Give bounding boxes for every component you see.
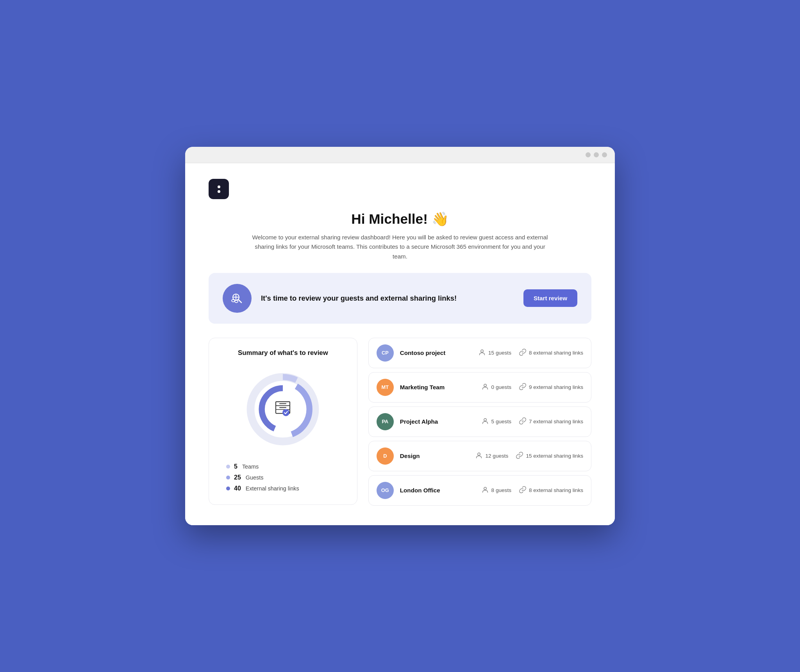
team-meta: 0 guests 9 external sharing links bbox=[482, 383, 583, 392]
stat-guests: 25 Guests bbox=[226, 474, 348, 481]
banner-icon bbox=[223, 284, 252, 313]
page-content: Hi Michelle! 👋 Welcome to your external … bbox=[185, 163, 615, 525]
team-card[interactable]: CP Contoso project 15 guests bbox=[368, 338, 591, 368]
browser-window: Hi Michelle! 👋 Welcome to your external … bbox=[185, 147, 615, 525]
team-avatar: OG bbox=[377, 482, 394, 499]
review-banner: It's time to review your guests and exte… bbox=[209, 273, 591, 324]
svg-point-19 bbox=[478, 453, 480, 455]
logo-dot-2 bbox=[218, 190, 220, 193]
link-icon bbox=[519, 417, 526, 426]
welcome-text: Welcome to your external sharing review … bbox=[252, 233, 548, 261]
traffic-light-3 bbox=[602, 152, 607, 157]
guests-icon bbox=[482, 383, 489, 392]
team-avatar: D bbox=[377, 447, 394, 465]
stat-teams: 5 Teams bbox=[226, 463, 348, 470]
link-icon bbox=[519, 383, 526, 392]
team-avatar: MT bbox=[377, 379, 394, 396]
team-meta: 12 guests 15 external sharing links bbox=[475, 452, 583, 460]
team-name: London Office bbox=[400, 487, 475, 494]
link-icon bbox=[519, 349, 526, 357]
summary-title: Summary of what's to review bbox=[218, 349, 348, 357]
links-meta: 7 external sharing links bbox=[519, 417, 583, 426]
team-card[interactable]: MT Marketing Team 0 guests bbox=[368, 372, 591, 403]
stat-dot-teams bbox=[226, 465, 230, 469]
banner-message: It's time to review your guests and exte… bbox=[261, 294, 514, 303]
team-card[interactable]: PA Project Alpha 5 guests bbox=[368, 406, 591, 437]
summary-panel: Summary of what's to review bbox=[209, 338, 357, 505]
greeting-title: Hi Michelle! 👋 bbox=[209, 211, 591, 227]
svg-point-16 bbox=[481, 350, 483, 352]
links-meta: 8 external sharing links bbox=[519, 349, 583, 357]
guests-count: 12 guests bbox=[485, 453, 508, 459]
team-name: Design bbox=[400, 453, 470, 459]
links-meta: 8 external sharing links bbox=[519, 486, 583, 495]
teams-list: CP Contoso project 15 guests bbox=[368, 338, 591, 506]
guests-meta: 15 guests bbox=[479, 349, 511, 357]
stat-label-teams: Teams bbox=[242, 463, 259, 470]
guests-icon bbox=[475, 452, 482, 460]
team-avatar: CP bbox=[377, 344, 394, 362]
guests-icon bbox=[482, 417, 489, 426]
svg-point-4 bbox=[232, 299, 235, 302]
stat-number-links: 40 bbox=[234, 485, 241, 492]
guests-meta: 12 guests bbox=[475, 452, 508, 460]
team-name: Project Alpha bbox=[400, 418, 475, 425]
stat-label-links: External sharing links bbox=[246, 485, 299, 492]
start-review-button[interactable]: Start review bbox=[523, 289, 577, 307]
svg-line-1 bbox=[238, 299, 242, 303]
stat-label-guests: Guests bbox=[246, 474, 264, 481]
team-name: Contoso project bbox=[400, 349, 472, 356]
guests-count: 8 guests bbox=[491, 487, 511, 493]
links-count: 8 external sharing links bbox=[529, 487, 583, 493]
link-icon bbox=[516, 452, 523, 460]
stat-dot-guests bbox=[226, 476, 230, 479]
links-count: 7 external sharing links bbox=[529, 419, 583, 424]
team-name: Marketing Team bbox=[400, 384, 475, 390]
app-logo bbox=[209, 179, 229, 199]
svg-point-20 bbox=[484, 487, 486, 490]
donut-center-icon bbox=[271, 396, 295, 421]
stat-number-teams: 5 bbox=[234, 463, 238, 470]
logo-dots bbox=[218, 185, 220, 193]
team-card[interactable]: D Design 12 guests bbox=[368, 441, 591, 471]
links-count: 15 external sharing links bbox=[526, 453, 583, 459]
team-meta: 8 guests 8 external sharing links bbox=[482, 486, 583, 495]
team-meta: 5 guests 7 external sharing links bbox=[482, 417, 583, 426]
guests-icon bbox=[482, 486, 489, 495]
links-count: 9 external sharing links bbox=[529, 384, 583, 390]
summary-stats: 5 Teams 25 Guests 40 External sharing li… bbox=[218, 463, 348, 492]
team-avatar: PA bbox=[377, 413, 394, 430]
stat-number-guests: 25 bbox=[234, 474, 241, 481]
guests-icon bbox=[479, 349, 486, 357]
donut-chart bbox=[240, 366, 326, 452]
stat-links: 40 External sharing links bbox=[226, 485, 348, 492]
team-meta: 15 guests 8 external sharing links bbox=[479, 349, 583, 357]
svg-point-15 bbox=[282, 409, 289, 416]
stat-dot-links bbox=[226, 487, 230, 490]
guests-count: 0 guests bbox=[491, 384, 511, 390]
guests-meta: 5 guests bbox=[482, 417, 511, 426]
links-meta: 9 external sharing links bbox=[519, 383, 583, 392]
svg-point-18 bbox=[484, 419, 486, 421]
browser-titlebar bbox=[185, 147, 615, 163]
page-header: Hi Michelle! 👋 Welcome to your external … bbox=[209, 211, 591, 261]
team-card[interactable]: OG London Office 8 guests bbox=[368, 475, 591, 506]
traffic-light-2 bbox=[594, 152, 599, 157]
guests-count: 15 guests bbox=[488, 350, 511, 356]
svg-point-17 bbox=[484, 384, 486, 387]
logo-dot-1 bbox=[218, 185, 220, 188]
links-meta: 15 external sharing links bbox=[516, 452, 583, 460]
guests-meta: 8 guests bbox=[482, 486, 511, 495]
links-count: 8 external sharing links bbox=[529, 350, 583, 356]
main-content: Summary of what's to review bbox=[209, 338, 591, 506]
link-icon bbox=[519, 486, 526, 495]
guests-count: 5 guests bbox=[491, 419, 511, 424]
traffic-light-1 bbox=[586, 152, 591, 157]
guests-meta: 0 guests bbox=[482, 383, 511, 392]
